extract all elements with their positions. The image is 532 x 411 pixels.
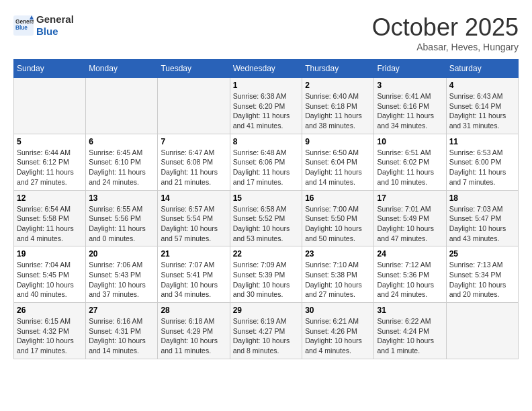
day-number: 22 xyxy=(233,249,300,259)
day-info: Sunrise: 6:55 AM Sunset: 5:56 PM Dayligh… xyxy=(89,204,154,244)
day-info: Sunrise: 7:04 AM Sunset: 5:45 PM Dayligh… xyxy=(17,260,83,300)
calendar-day: 3Sunrise: 6:41 AM Sunset: 6:16 PM Daylig… xyxy=(374,78,446,134)
day-info: Sunrise: 7:12 AM Sunset: 5:36 PM Dayligh… xyxy=(377,260,443,300)
day-number: 9 xyxy=(305,137,371,146)
calendar-day: 18Sunrise: 7:03 AM Sunset: 5:47 PM Dayli… xyxy=(446,190,518,246)
day-info: Sunrise: 6:22 AM Sunset: 4:24 PM Dayligh… xyxy=(377,316,443,356)
calendar-day: 28Sunrise: 6:18 AM Sunset: 4:29 PM Dayli… xyxy=(158,303,230,359)
calendar-day: 6Sunrise: 6:45 AM Sunset: 6:10 PM Daylig… xyxy=(86,134,158,190)
day-info: Sunrise: 6:58 AM Sunset: 5:52 PM Dayligh… xyxy=(233,204,300,244)
day-info: Sunrise: 6:18 AM Sunset: 4:29 PM Dayligh… xyxy=(161,316,226,356)
day-number: 28 xyxy=(161,306,226,315)
calendar-day: 22Sunrise: 7:09 AM Sunset: 5:39 PM Dayli… xyxy=(230,246,302,303)
svg-text:Blue: Blue xyxy=(15,25,28,31)
day-number: 16 xyxy=(305,193,371,203)
day-number: 25 xyxy=(449,249,515,259)
day-number: 19 xyxy=(17,249,83,259)
day-info: Sunrise: 6:19 AM Sunset: 4:27 PM Dayligh… xyxy=(233,316,300,356)
day-number: 13 xyxy=(89,193,154,203)
day-info: Sunrise: 6:38 AM Sunset: 6:20 PM Dayligh… xyxy=(233,91,300,131)
calendar-day: 30Sunrise: 6:21 AM Sunset: 4:26 PM Dayli… xyxy=(302,303,374,359)
calendar-day xyxy=(446,303,518,359)
day-info: Sunrise: 7:09 AM Sunset: 5:39 PM Dayligh… xyxy=(233,260,300,300)
logo-text-blue: Blue xyxy=(36,26,74,38)
calendar-day: 16Sunrise: 7:00 AM Sunset: 5:50 PM Dayli… xyxy=(302,190,374,246)
day-number: 11 xyxy=(449,137,515,146)
day-number: 1 xyxy=(233,81,300,90)
day-number: 12 xyxy=(17,193,83,203)
day-number: 31 xyxy=(377,306,443,315)
calendar-day: 13Sunrise: 6:55 AM Sunset: 5:56 PM Dayli… xyxy=(86,190,158,246)
calendar-day: 14Sunrise: 6:57 AM Sunset: 5:54 PM Dayli… xyxy=(158,190,230,246)
calendar-day xyxy=(86,78,158,134)
day-number: 17 xyxy=(377,193,443,203)
day-info: Sunrise: 6:57 AM Sunset: 5:54 PM Dayligh… xyxy=(161,204,226,244)
calendar-week-1: 1Sunrise: 6:38 AM Sunset: 6:20 PM Daylig… xyxy=(14,78,519,134)
calendar-day: 25Sunrise: 7:13 AM Sunset: 5:34 PM Dayli… xyxy=(446,246,518,303)
day-number: 4 xyxy=(449,81,515,90)
calendar-day: 10Sunrise: 6:51 AM Sunset: 6:02 PM Dayli… xyxy=(374,134,446,190)
day-number: 10 xyxy=(377,137,443,146)
calendar-day: 23Sunrise: 7:10 AM Sunset: 5:38 PM Dayli… xyxy=(302,246,374,303)
weekday-header-tuesday: Tuesday xyxy=(158,60,230,78)
calendar-day: 12Sunrise: 6:54 AM Sunset: 5:58 PM Dayli… xyxy=(14,190,86,246)
day-info: Sunrise: 7:07 AM Sunset: 5:41 PM Dayligh… xyxy=(161,260,226,300)
weekday-header-friday: Friday xyxy=(374,60,446,78)
day-info: Sunrise: 6:45 AM Sunset: 6:10 PM Dayligh… xyxy=(89,148,154,187)
day-info: Sunrise: 6:54 AM Sunset: 5:58 PM Dayligh… xyxy=(17,204,83,244)
calendar-day: 17Sunrise: 7:01 AM Sunset: 5:49 PM Dayli… xyxy=(374,190,446,246)
day-number: 2 xyxy=(305,81,371,90)
calendar-day: 20Sunrise: 7:06 AM Sunset: 5:43 PM Dayli… xyxy=(86,246,158,303)
calendar-day: 9Sunrise: 6:50 AM Sunset: 6:04 PM Daylig… xyxy=(302,134,374,190)
calendar-day: 29Sunrise: 6:19 AM Sunset: 4:27 PM Dayli… xyxy=(230,303,302,359)
day-number: 30 xyxy=(305,306,371,315)
calendar-day: 8Sunrise: 6:48 AM Sunset: 6:06 PM Daylig… xyxy=(230,134,302,190)
svg-text:General: General xyxy=(15,19,34,25)
logo: General Blue General Blue xyxy=(13,13,74,38)
calendar-week-4: 19Sunrise: 7:04 AM Sunset: 5:45 PM Dayli… xyxy=(14,246,519,303)
day-number: 21 xyxy=(161,249,226,259)
day-info: Sunrise: 6:21 AM Sunset: 4:26 PM Dayligh… xyxy=(305,316,371,356)
calendar-day: 4Sunrise: 6:43 AM Sunset: 6:14 PM Daylig… xyxy=(446,78,518,134)
calendar-day: 1Sunrise: 6:38 AM Sunset: 6:20 PM Daylig… xyxy=(230,78,302,134)
day-number: 6 xyxy=(89,137,154,146)
day-number: 23 xyxy=(305,249,371,259)
day-info: Sunrise: 6:50 AM Sunset: 6:04 PM Dayligh… xyxy=(305,148,371,187)
page-header: General Blue General Blue October 2025 A… xyxy=(13,13,519,52)
calendar-day: 19Sunrise: 7:04 AM Sunset: 5:45 PM Dayli… xyxy=(14,246,86,303)
day-info: Sunrise: 7:10 AM Sunset: 5:38 PM Dayligh… xyxy=(305,260,371,300)
location-subtitle: Abasar, Heves, Hungary xyxy=(372,42,519,52)
calendar-day: 2Sunrise: 6:40 AM Sunset: 6:18 PM Daylig… xyxy=(302,78,374,134)
day-info: Sunrise: 6:44 AM Sunset: 6:12 PM Dayligh… xyxy=(17,148,83,187)
logo-icon: General Blue xyxy=(13,15,34,36)
calendar-day: 5Sunrise: 6:44 AM Sunset: 6:12 PM Daylig… xyxy=(14,134,86,190)
day-info: Sunrise: 7:13 AM Sunset: 5:34 PM Dayligh… xyxy=(449,260,515,300)
day-info: Sunrise: 6:48 AM Sunset: 6:06 PM Dayligh… xyxy=(233,148,300,187)
calendar-week-5: 26Sunrise: 6:15 AM Sunset: 4:32 PM Dayli… xyxy=(14,303,519,359)
calendar-day: 31Sunrise: 6:22 AM Sunset: 4:24 PM Dayli… xyxy=(374,303,446,359)
month-title: October 2025 xyxy=(372,13,519,42)
day-info: Sunrise: 7:00 AM Sunset: 5:50 PM Dayligh… xyxy=(305,204,371,244)
calendar-day: 27Sunrise: 6:16 AM Sunset: 4:31 PM Dayli… xyxy=(86,303,158,359)
calendar-day: 7Sunrise: 6:47 AM Sunset: 6:08 PM Daylig… xyxy=(158,134,230,190)
day-number: 20 xyxy=(89,249,154,259)
day-info: Sunrise: 6:51 AM Sunset: 6:02 PM Dayligh… xyxy=(377,148,443,187)
day-number: 14 xyxy=(161,193,226,203)
day-number: 15 xyxy=(233,193,300,203)
day-number: 7 xyxy=(161,137,226,146)
day-info: Sunrise: 6:40 AM Sunset: 6:18 PM Dayligh… xyxy=(305,91,371,131)
calendar-day: 11Sunrise: 6:53 AM Sunset: 6:00 PM Dayli… xyxy=(446,134,518,190)
weekday-header-monday: Monday xyxy=(86,60,158,78)
day-number: 3 xyxy=(377,81,443,90)
calendar-day: 15Sunrise: 6:58 AM Sunset: 5:52 PM Dayli… xyxy=(230,190,302,246)
weekday-header-wednesday: Wednesday xyxy=(230,60,302,78)
calendar-week-3: 12Sunrise: 6:54 AM Sunset: 5:58 PM Dayli… xyxy=(14,190,519,246)
day-info: Sunrise: 6:41 AM Sunset: 6:16 PM Dayligh… xyxy=(377,91,443,131)
weekday-header-row: SundayMondayTuesdayWednesdayThursdayFrid… xyxy=(14,60,519,78)
day-number: 27 xyxy=(89,306,154,315)
weekday-header-saturday: Saturday xyxy=(446,60,518,78)
calendar-day xyxy=(14,78,86,134)
logo-text-general: General xyxy=(36,13,74,26)
day-number: 8 xyxy=(233,137,300,146)
day-info: Sunrise: 6:47 AM Sunset: 6:08 PM Dayligh… xyxy=(161,148,226,187)
